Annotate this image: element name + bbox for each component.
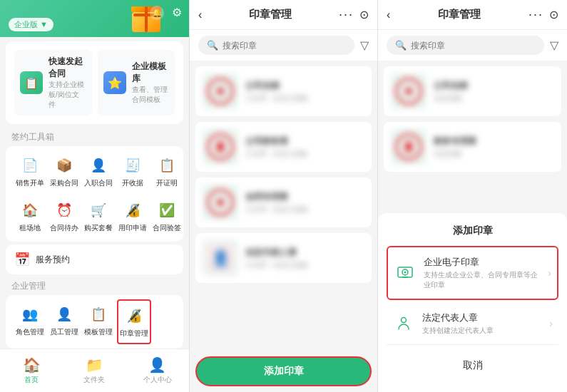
- right-stamp-list: 公司名称 信息脱敏 财务专用章 信息脱敏: [378, 61, 567, 213]
- tool-stamp-mgmt[interactable]: 🔏 印章管理: [117, 299, 151, 344]
- enterprise-label: 企业版 ▼: [14, 19, 48, 30]
- stamp-mgmt-label: 印章管理: [120, 329, 148, 339]
- right-stamp-card-1[interactable]: 公司名称 信息脱敏: [384, 66, 561, 116]
- certificate-label: 开证明: [156, 178, 178, 188]
- right-header: ‹ 印章管理 ··· ⊙: [378, 0, 567, 30]
- staff-mgmt-label: 员工管理: [50, 327, 78, 337]
- verify-label: 合同验签: [153, 223, 181, 233]
- template-library-title: 企业模板库: [132, 61, 170, 85]
- search-input-wrap[interactable]: 🔍: [198, 36, 354, 55]
- tool-role-mgmt[interactable]: 👥 角色管理: [14, 299, 46, 344]
- tool-venue[interactable]: 🏠 租场地: [14, 195, 46, 237]
- tool-certificate[interactable]: 📋 开证明: [151, 150, 183, 192]
- stamp-info-4: 法定代表人章 已启用 · 信息已脱敏: [245, 247, 364, 270]
- stamp-info-2: 公司财务章 已启用 · 信息已脱敏: [245, 135, 364, 159]
- settings-circle-icon[interactable]: ⊙: [359, 8, 369, 21]
- stamp-name-1: 公司名称: [245, 80, 364, 92]
- stamp-name-3: 合同专用章: [245, 191, 364, 203]
- tool-onboard[interactable]: 👤 入职合同: [83, 150, 114, 192]
- enterprise-grid: 👥 角色管理 👤 员工管理 📋 模板管理 🔏 印章管理: [6, 295, 183, 349]
- template-mgmt-label: 模板管理: [84, 327, 113, 337]
- cancel-button[interactable]: 取消: [387, 351, 558, 381]
- right-search-wrap[interactable]: 🔍: [387, 36, 544, 55]
- stamp-image-1: [203, 73, 238, 109]
- search-input[interactable]: [223, 41, 346, 51]
- back-arrow-icon[interactable]: ‹: [198, 9, 202, 21]
- tool-verify[interactable]: ✅ 合同验签: [151, 195, 183, 237]
- legal-seal-icon: [392, 312, 415, 335]
- left-panel: 企业版 ▼ ⚙ 🔔 📋 快速发起合同 支持企业模板/岗位文件 ⭐: [0, 0, 189, 392]
- stamp-circle-1: [207, 78, 234, 105]
- stamp-detail-3: 已启用 · 信息已脱敏: [245, 205, 364, 215]
- notification-icon[interactable]: 🔔: [150, 6, 164, 20]
- right-stamp-name-1: 公司名称: [434, 80, 554, 92]
- right-stamp-image-2: [391, 129, 426, 165]
- stamp-card-1[interactable]: 公司名称 已启用 · 信息已脱敏: [195, 66, 372, 116]
- template-library-icon: ⭐: [103, 71, 126, 94]
- settings-icon[interactable]: ⚙: [172, 6, 182, 19]
- fast-contract-desc: 支持企业模板/岗位文件: [48, 80, 86, 110]
- tool-template-mgmt[interactable]: 📋 模板管理: [83, 299, 114, 344]
- right-panel-title: 印章管理: [396, 8, 523, 21]
- right-filter-icon[interactable]: ▽: [550, 38, 558, 52]
- legal-seal-chevron: ›: [549, 318, 553, 329]
- right-stamp-detail-1: 信息脱敏: [434, 93, 554, 103]
- nav-files[interactable]: 📁 文件夹: [63, 354, 126, 388]
- enterprise-seal-title: 企业电子印章: [424, 256, 541, 269]
- enterprise-seal-desc: 支持生成企业公章、合同专用章等企业印章: [424, 270, 541, 290]
- filter-icon[interactable]: ▽: [360, 38, 369, 52]
- right-stamp-card-2[interactable]: 财务专用章 信息脱敏: [384, 122, 561, 172]
- right-stamp-info-2: 财务专用章 信息脱敏: [434, 135, 554, 159]
- tool-sales-order[interactable]: 📄 销售开单: [14, 150, 46, 192]
- legal-seal-option[interactable]: 法定代表人章 支持创建法定代表人章 ›: [387, 303, 558, 345]
- stamp-detail-1: 已启用 · 信息已脱敏: [245, 93, 364, 103]
- right-stamp-name-2: 财务专用章: [434, 135, 554, 148]
- right-back-icon[interactable]: ‹: [387, 9, 390, 21]
- tool-invoice[interactable]: 🧾 开收据: [117, 150, 148, 192]
- middle-panel-title: 印章管理: [208, 8, 333, 21]
- profile-icon: 👤: [148, 356, 166, 373]
- right-more-icon[interactable]: ···: [528, 7, 543, 22]
- fast-contract-item[interactable]: 📋 快速发起合同 支持企业模板/岗位文件: [14, 50, 92, 115]
- onboard-label: 入职合同: [84, 178, 113, 188]
- nav-home[interactable]: 🏠 首页: [0, 354, 63, 388]
- stamp-card-3[interactable]: 合同专用章 已启用 · 信息已脱敏: [195, 177, 372, 227]
- template-library-item[interactable]: ⭐ 企业模板库 查看、管理合同模板: [98, 50, 175, 115]
- sign-tools-grid: 📄 销售开单 📦 采购合同 👤 入职合同 🧾 开收据 📋 开证明 🏠 租场地 ⏰…: [6, 146, 183, 242]
- sign-tools-title: 签约工具箱: [0, 128, 189, 146]
- svg-point-2: [404, 272, 407, 274]
- invoice-icon: 🧾: [122, 155, 143, 176]
- stamp-card-4[interactable]: 👤 法定代表人章 已启用 · 信息已脱敏: [195, 233, 372, 283]
- middle-search-bar: 🔍 ▽: [190, 30, 377, 61]
- enterprise-badge[interactable]: 企业版 ▼: [9, 18, 53, 31]
- apply-seal-label: 用印申请: [118, 223, 147, 233]
- stamp-card-2[interactable]: 公司财务章 已启用 · 信息已脱敏: [195, 122, 372, 172]
- stamp-mgmt-icon: 🔏: [123, 305, 145, 326]
- apply-seal-icon: 🔏: [122, 200, 143, 221]
- purchase-icon: 📦: [53, 155, 75, 176]
- tool-pending[interactable]: ⏰ 合同待办: [48, 195, 80, 237]
- enterprise-seal-chevron: ›: [548, 267, 551, 279]
- right-settings-icon[interactable]: ⊙: [549, 8, 558, 21]
- right-panel: ‹ 印章管理 ··· ⊙ 🔍 ▽ 公司名称 信息脱敏: [378, 0, 567, 392]
- add-stamp-button[interactable]: 添加印章: [195, 356, 372, 386]
- right-search-bar: 🔍 ▽: [378, 30, 567, 61]
- legal-seal-title: 法定代表人章: [422, 311, 542, 324]
- tool-apply-seal[interactable]: 🔏 用印申请: [117, 195, 148, 237]
- invoice-label: 开收据: [122, 178, 143, 188]
- service-item[interactable]: 📅 服务预约: [14, 249, 175, 270]
- tool-staff-mgmt[interactable]: 👤 员工管理: [48, 299, 80, 344]
- right-stamp-info-1: 公司名称 信息脱敏: [434, 80, 554, 103]
- nav-profile[interactable]: 👤 个人中心: [126, 354, 189, 388]
- pending-label: 合同待办: [50, 223, 78, 233]
- nav-files-label: 文件夹: [83, 375, 105, 385]
- tool-purchase[interactable]: 📦 采购合同: [48, 150, 80, 192]
- right-search-input[interactable]: [411, 41, 536, 51]
- sheet-title: 添加印章: [387, 225, 558, 237]
- enterprise-seal-option[interactable]: 企业电子印章 支持生成企业公章、合同专用章等企业印章 ›: [387, 246, 558, 300]
- more-options-icon[interactable]: ···: [339, 7, 354, 22]
- tool-buy-package[interactable]: 🛒 购买套餐: [83, 195, 114, 237]
- middle-header: ‹ 印章管理 ··· ⊙: [190, 0, 377, 30]
- service-section: 📅 服务预约: [6, 244, 183, 274]
- enterprise-seal-icon: [394, 262, 417, 284]
